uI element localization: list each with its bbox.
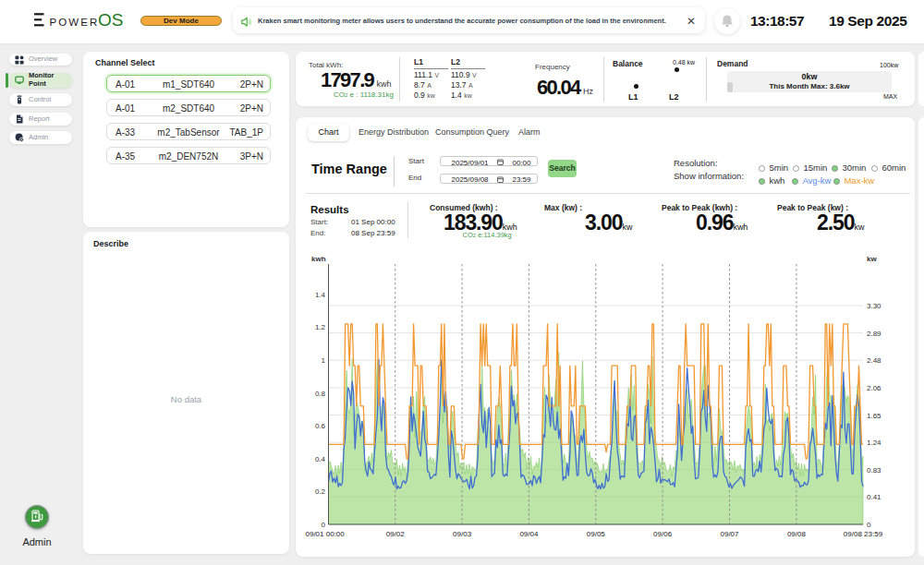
svg-text:09/03: 09/03 xyxy=(453,530,472,538)
svg-text:0.41: 0.41 xyxy=(867,493,881,501)
svg-text:1.2: 1.2 xyxy=(315,323,326,331)
svg-text:3.30: 3.30 xyxy=(867,302,881,310)
svg-text:09/02: 09/02 xyxy=(386,530,406,538)
svg-text:09/07: 09/07 xyxy=(720,530,739,538)
svg-text:POWER: POWER xyxy=(50,17,100,28)
svg-text:09/05: 09/05 xyxy=(587,530,606,538)
svg-text:2.06: 2.06 xyxy=(867,384,881,392)
svg-text:2.89: 2.89 xyxy=(867,330,881,338)
svg-text:1: 1 xyxy=(322,356,326,365)
svg-text:1.24: 1.24 xyxy=(867,439,881,447)
svg-text:1.4: 1.4 xyxy=(315,291,326,299)
svg-text:09/04: 09/04 xyxy=(519,530,539,538)
svg-text:2.48: 2.48 xyxy=(867,356,881,365)
svg-text:kwh: kwh xyxy=(311,255,326,263)
svg-text:0.2: 0.2 xyxy=(315,487,326,496)
svg-text:OS: OS xyxy=(98,10,123,30)
svg-text:0.6: 0.6 xyxy=(315,422,326,430)
svg-text:09/08: 09/08 xyxy=(787,530,807,538)
svg-text:kw: kw xyxy=(867,255,877,263)
svg-text:0: 0 xyxy=(867,521,871,529)
svg-text:09/06: 09/06 xyxy=(653,530,673,538)
svg-text:0.8: 0.8 xyxy=(315,390,326,398)
svg-text:0.4: 0.4 xyxy=(315,455,326,463)
svg-text:09/01 00:00: 09/01 00:00 xyxy=(306,530,346,538)
svg-text:0: 0 xyxy=(322,521,326,529)
svg-text:0.83: 0.83 xyxy=(867,466,881,475)
svg-text:09/08 23:59: 09/08 23:59 xyxy=(844,530,883,538)
svg-text:1.65: 1.65 xyxy=(867,412,881,420)
